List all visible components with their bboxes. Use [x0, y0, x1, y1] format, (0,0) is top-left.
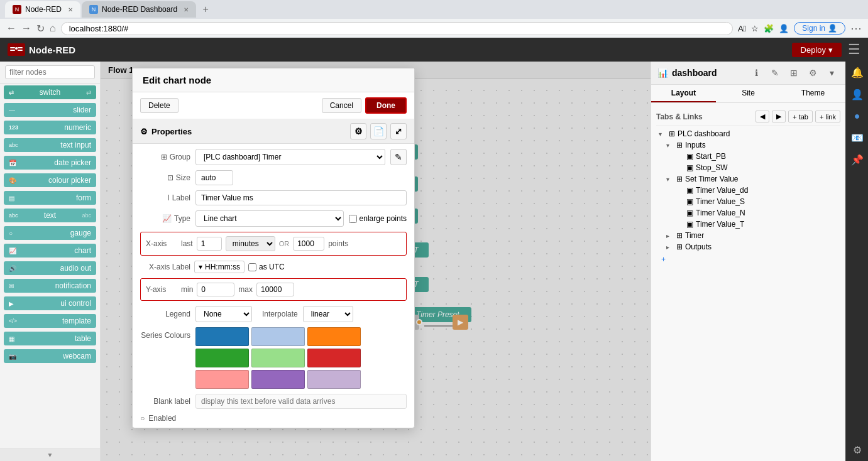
tab-theme[interactable]: Theme	[781, 85, 845, 102]
url-bar[interactable]: localhost:1880/#	[61, 22, 733, 35]
nr-icon-mail[interactable]: 📧	[846, 127, 868, 149]
properties-doc-button[interactable]: 📄	[370, 123, 387, 139]
xlabel-format-selector[interactable]: ▾ HH:mm:ss	[194, 261, 244, 273]
panel-info-button[interactable]: ℹ	[749, 65, 764, 80]
gauge-node[interactable]: ○ gauge	[4, 226, 96, 240]
yaxis-min-input[interactable]	[197, 283, 234, 296]
table-node[interactable]: ▦ table	[4, 332, 96, 345]
colour-swatch-8[interactable]	[251, 370, 305, 389]
group-edit-button[interactable]: ✎	[390, 149, 407, 165]
colour-swatch-7[interactable]	[195, 370, 249, 389]
done-button[interactable]: Done	[365, 97, 407, 114]
template-node[interactable]: </> template	[4, 314, 96, 328]
tree-item-timer-value-n[interactable]: ▣ Timer Value_N	[656, 207, 840, 219]
add-tab-button[interactable]: + tab	[788, 111, 813, 122]
as-utc-checkbox[interactable]	[248, 263, 256, 271]
tree-item-timer[interactable]: ▸ ⊞ Timer	[656, 230, 840, 241]
forward-button[interactable]: →	[21, 23, 31, 34]
text-input-node[interactable]: abc text input	[4, 138, 96, 152]
profile-icon[interactable]: 👤	[779, 24, 789, 33]
audio-out-node[interactable]: 🔊 audio out	[4, 261, 96, 275]
switch-node[interactable]: ⇄ switch ⇄	[4, 85, 96, 99]
label-input[interactable]	[195, 190, 407, 205]
date-picker-node[interactable]: 📅 date picker	[4, 156, 96, 170]
extension-icon[interactable]: 🧩	[764, 24, 774, 33]
tree-item-timer-value-s[interactable]: ▣ Timer Value_S	[656, 196, 840, 207]
nav-left-button[interactable]: ◀	[755, 111, 769, 122]
type-select[interactable]: Line chart	[195, 210, 344, 227]
add-tab-row-button[interactable]: +	[656, 252, 840, 266]
tree-item-outputs[interactable]: ▸ ⊞ Outputs	[656, 241, 840, 252]
numeric-label: numeric	[64, 123, 91, 132]
tree-item-inputs[interactable]: ▾ ⊞ Inputs	[656, 139, 840, 151]
tree-item-timer-value-t[interactable]: ▣ Timer Value_T	[656, 219, 840, 230]
colour-swatch-5[interactable]	[251, 349, 305, 367]
bookmark-icon[interactable]: ☆	[751, 24, 759, 33]
colour-swatch-3[interactable]	[307, 327, 361, 346]
text-node[interactable]: abc text abc	[4, 209, 96, 222]
filter-nodes-input[interactable]	[5, 65, 95, 79]
tab-close-dashboard[interactable]: ✕	[184, 6, 189, 13]
group-select[interactable]: [PLC dashboard] Timer	[195, 149, 385, 165]
tab-layout[interactable]: Layout	[651, 85, 716, 102]
tree-item-stop-sw[interactable]: ▣ Stop_SW	[656, 162, 840, 173]
translate-icon[interactable]: A⃝	[738, 24, 746, 33]
panel-expand-button[interactable]: ▾	[824, 65, 839, 80]
colour-picker-node[interactable]: 🎨 colour picker	[4, 173, 96, 187]
colour-swatch-2[interactable]	[251, 327, 305, 346]
browser-more-button[interactable]: ⋯	[850, 21, 862, 35]
xaxis-unit-select[interactable]: minutes seconds hours days	[226, 236, 275, 251]
nr-icon-pin[interactable]: 📌	[846, 149, 868, 171]
yaxis-max-input[interactable]	[256, 283, 294, 296]
tab-site[interactable]: Site	[716, 85, 781, 102]
panel-edit-button[interactable]: ✎	[767, 65, 783, 80]
home-button[interactable]: ⌂	[50, 23, 56, 34]
nr-icon-circle[interactable]: ●	[846, 106, 868, 127]
numeric-node[interactable]: 123 numeric	[4, 121, 96, 134]
panel-settings-button[interactable]: ⚙	[805, 65, 820, 80]
interpolate-select[interactable]: linear step basis cardinal	[303, 306, 353, 322]
form-node[interactable]: ▤ form	[4, 191, 96, 205]
reload-button[interactable]: ↻	[36, 23, 45, 35]
nr-menu-button[interactable]: ☰	[848, 41, 860, 58]
tree-item-plc-dashboard[interactable]: ▾ ⊞ PLC dashboard	[656, 128, 840, 139]
nr-icon-person[interactable]: 👤	[846, 84, 868, 106]
deploy-button[interactable]: Deploy ▾	[792, 43, 842, 57]
ui-control-node[interactable]: ▶ ui control	[4, 296, 96, 310]
xaxis-value-input[interactable]	[197, 237, 222, 251]
tree-item-timer-value-dd[interactable]: ▣ Timer Value_dd	[656, 185, 840, 196]
nr-icon-settings-bottom[interactable]: ⚙	[846, 439, 868, 461]
pin-icon: 📌	[851, 154, 864, 166]
colour-swatch-6[interactable]	[307, 349, 361, 367]
colour-swatch-9[interactable]	[307, 370, 361, 389]
xaxis-points-input[interactable]	[293, 237, 324, 251]
colour-swatch-4[interactable]	[195, 349, 249, 367]
new-tab-button[interactable]: +	[197, 1, 214, 18]
tab-node-red-dashboard[interactable]: N Node-RED Dashboard ✕	[82, 1, 196, 18]
slider-node[interactable]: — slider	[4, 103, 96, 117]
tree-item-set-timer-value[interactable]: ▾ ⊞ Set Timer Value	[656, 173, 840, 185]
nr-icon-bell[interactable]: 🔔	[846, 62, 868, 84]
properties-gear-button[interactable]: ⚙	[350, 123, 366, 139]
delete-button[interactable]: Delete	[140, 98, 179, 113]
size-input[interactable]	[195, 170, 233, 185]
tree-item-start-pb[interactable]: ▣ Start_PB	[656, 151, 840, 162]
notification-node[interactable]: ✉ notification	[4, 279, 96, 293]
webcam-node[interactable]: 📷 webcam	[4, 349, 96, 363]
start-pb-item-icon: ▣	[686, 152, 693, 161]
legend-select[interactable]: None Show Hide	[195, 306, 252, 322]
back-button[interactable]: ←	[6, 23, 16, 34]
panel-group-button[interactable]: ⊞	[786, 65, 801, 80]
chart-node[interactable]: 📈 chart	[4, 244, 96, 258]
sidebar-scroll-down[interactable]: ▼	[0, 448, 100, 461]
colour-swatch-1[interactable]	[195, 327, 249, 346]
properties-expand-button[interactable]: ⤢	[390, 123, 407, 139]
sign-in-button[interactable]: Sign in 👤	[794, 22, 845, 35]
add-link-button[interactable]: + link	[815, 111, 840, 122]
nav-right-button[interactable]: ▶	[772, 111, 786, 122]
tab-close-nr[interactable]: ✕	[68, 6, 73, 13]
tab-node-red[interactable]: N Node-RED ✕	[5, 1, 80, 18]
enlarge-points-checkbox[interactable]	[349, 215, 357, 223]
blank-label-input[interactable]	[195, 394, 407, 409]
cancel-button[interactable]: Cancel	[322, 98, 361, 113]
